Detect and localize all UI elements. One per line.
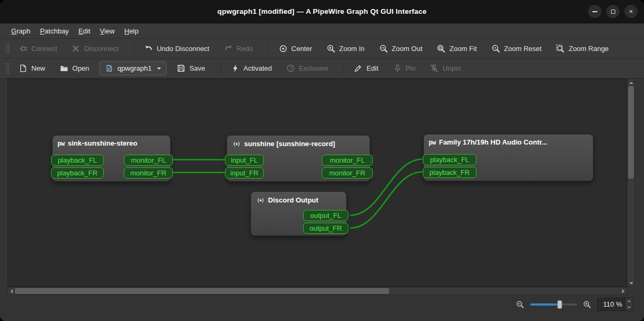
node-title: Discord Output (268, 196, 319, 204)
zoom-fit-label: Zoom Fit (449, 45, 476, 53)
horizontal-scrollbar[interactable] (7, 287, 627, 295)
zoom-out-small-icon[interactable] (516, 300, 524, 309)
new-button[interactable]: New (14, 61, 49, 75)
patchbay-selector-value: qpwgraph1 (118, 64, 152, 72)
zoom-fit-button[interactable]: Zoom Fit (432, 41, 481, 56)
port-monitor-fl[interactable]: monitor_FL (322, 155, 373, 166)
node-title: Family 17h/19h HD Audio Contr... (439, 138, 547, 146)
minimize-button[interactable] (588, 5, 601, 18)
graph-canvas[interactable]: pw sink-sunshine-stereo playback_FL play… (7, 79, 627, 287)
record-icon (232, 139, 241, 148)
node-title: sink-sunshine-stereo (68, 139, 137, 147)
disconnect-button[interactable]: Disconnect (67, 41, 122, 56)
spin-down-button[interactable] (625, 305, 633, 311)
menu-bar: Graph Patchbay Edit View Help (0, 23, 644, 39)
menu-graph[interactable]: Graph (6, 25, 35, 37)
center-button[interactable]: Center (274, 41, 316, 56)
maximize-button[interactable] (606, 5, 620, 18)
unpin-icon (430, 64, 439, 73)
redo-button[interactable]: Redo (220, 41, 257, 56)
svg-text:f: f (290, 65, 293, 71)
zoom-spinbox[interactable]: 110 % (597, 298, 633, 311)
arrow-right-icon (622, 289, 626, 293)
connections-layer (8, 79, 626, 286)
zoom-slider[interactable] (530, 300, 577, 309)
open-label: Open (72, 64, 89, 72)
scroll-up-button[interactable] (628, 79, 634, 86)
zoom-in-icon (327, 44, 336, 53)
close-button[interactable]: × (624, 5, 638, 18)
port-output-fr[interactable]: output_FR (303, 223, 348, 234)
save-button[interactable]: Save (172, 61, 210, 75)
unpin-button[interactable]: Unpin (425, 61, 465, 75)
save-label: Save (189, 64, 205, 72)
zoom-value: 110 % (598, 298, 625, 310)
patchbay-file-icon (105, 64, 114, 73)
node-header: sunshine [sunshine-record] (227, 136, 370, 150)
menu-help[interactable]: Help (120, 25, 144, 37)
scroll-right-button[interactable] (620, 288, 626, 294)
port-monitor-fr[interactable]: monitor_FR (322, 167, 373, 179)
toolbar-handle[interactable] (6, 43, 10, 54)
close-icon: × (629, 7, 633, 15)
port-playback-fl[interactable]: playback_FL (423, 154, 476, 165)
patchbay-selector[interactable]: qpwgraph1 (99, 61, 166, 75)
node-header: pw Family 17h/19h HD Audio Contr... (424, 134, 593, 148)
app-window: qpwgraph1 [modified] — A PipeWire Graph … (0, 0, 644, 321)
arrow-down-icon (629, 282, 633, 286)
open-button[interactable]: Open (55, 61, 94, 75)
title-bar[interactable]: qpwgraph1 [modified] — A PipeWire Graph … (0, 0, 644, 23)
toolbar-separator (269, 43, 269, 54)
zoom-in-button[interactable]: Zoom In (322, 41, 369, 56)
open-folder-icon (60, 64, 69, 73)
toolbar-separator (344, 63, 344, 74)
zoom-in-small-icon[interactable] (583, 300, 591, 309)
connect-button[interactable]: Connect (14, 41, 61, 56)
menu-view[interactable]: View (95, 25, 120, 37)
exclusive-button[interactable]: f Exclusive (282, 61, 332, 75)
scroll-left-button[interactable] (8, 288, 15, 294)
zoom-reset-button[interactable]: Zoom Reset (487, 41, 546, 56)
minimize-icon (592, 11, 597, 12)
vertical-scroll-thumb[interactable] (628, 86, 634, 179)
node-sunshine-record[interactable]: sunshine [sunshine-record] input_FL inpu… (227, 135, 370, 182)
port-monitor-fr[interactable]: monitor_FR (124, 167, 173, 179)
spin-up-button[interactable] (625, 298, 633, 305)
toolbar-handle[interactable] (6, 63, 10, 74)
spin-buttons (625, 298, 633, 310)
menu-edit[interactable]: Edit (73, 25, 95, 37)
pin-button[interactable]: Pin (389, 61, 420, 75)
port-playback-fl[interactable]: playback_FL (51, 155, 104, 166)
zoom-range-button[interactable]: Zoom Range (551, 41, 613, 56)
activated-button[interactable]: Activated (227, 61, 276, 75)
node-title: sunshine [sunshine-record] (244, 140, 335, 148)
edit-button[interactable]: Edit (349, 61, 382, 75)
edit-label: Edit (366, 64, 378, 72)
node-sink-sunshine-stereo[interactable]: pw sink-sunshine-stereo playback_FL play… (52, 135, 171, 182)
node-family-hd-audio[interactable]: pw Family 17h/19h HD Audio Contr... play… (423, 134, 593, 181)
disconnect-label: Disconnect (84, 45, 118, 53)
scroll-down-button[interactable] (628, 280, 634, 286)
pin-label: Pin (406, 64, 416, 72)
zoom-slider-handle[interactable] (557, 300, 562, 309)
zoom-slider-track[interactable] (530, 303, 577, 306)
menu-patchbay[interactable]: Patchbay (35, 25, 73, 37)
port-input-fl[interactable]: input_FL (225, 155, 264, 166)
horizontal-scroll-thumb[interactable] (15, 288, 389, 294)
port-playback-fr[interactable]: playback_FR (423, 167, 476, 178)
center-icon (279, 44, 288, 53)
port-playback-fr[interactable]: playback_FR (51, 167, 104, 179)
vertical-scroll-track[interactable] (628, 86, 634, 280)
node-discord-output[interactable]: Discord Output output_FL output_FR (250, 191, 347, 236)
undo-disconnect-button[interactable]: Undo Disconnect (140, 41, 214, 56)
zoom-out-button[interactable]: Zoom Out (375, 41, 427, 56)
port-output-fl[interactable]: output_FL (303, 210, 348, 221)
record-icon (256, 196, 265, 205)
window-title: qpwgraph1 [modified] — A PipeWire Graph … (218, 7, 426, 15)
horizontal-scroll-track[interactable] (15, 288, 620, 294)
port-input-fr[interactable]: input_FR (225, 167, 264, 179)
redo-label: Redo (237, 45, 253, 53)
vertical-scrollbar[interactable] (627, 79, 635, 287)
port-monitor-fl[interactable]: monitor_FL (124, 155, 173, 166)
pencil-icon (354, 64, 363, 73)
